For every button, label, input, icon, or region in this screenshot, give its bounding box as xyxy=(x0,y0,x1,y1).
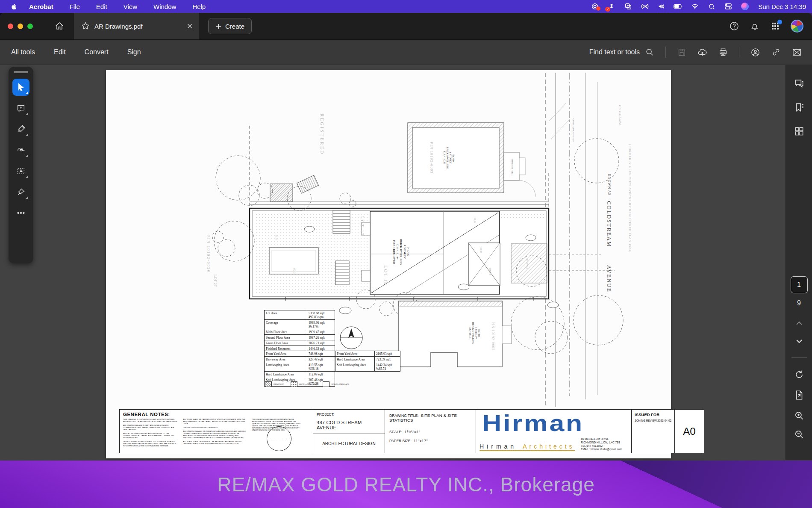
close-tab-icon[interactable] xyxy=(186,22,194,30)
macos-menubar: Acrobat File Edit View Window Help 7 Sun… xyxy=(0,0,812,13)
comments-icon[interactable] xyxy=(794,78,805,89)
all-tools-menu[interactable]: All tools xyxy=(11,48,35,56)
apps-notification-dot xyxy=(777,20,782,24)
rotate-icon[interactable] xyxy=(794,369,805,380)
general-notes-column: THIS DRAWING IS COPYRIGHTED AND MUST NOT… xyxy=(123,418,178,449)
lot-17-label: LOT 17 xyxy=(360,216,365,236)
fill-sign-tool[interactable] xyxy=(12,183,29,201)
current-page-input[interactable]: 1 xyxy=(791,276,808,293)
quick-tools-panel xyxy=(9,67,33,263)
centreline-label: CENTRELINE OF ROAD xyxy=(572,118,574,142)
menubar-clock[interactable]: Sun Dec 3 14:39 xyxy=(758,3,806,10)
site-plan-drawing xyxy=(106,70,671,458)
star-icon[interactable] xyxy=(81,21,90,31)
registered-watermark: REGISTERED xyxy=(320,113,325,155)
stage-manager-icon[interactable] xyxy=(624,2,633,11)
create-button[interactable]: Create xyxy=(208,18,252,34)
rear-yard-statistics-table: Front Yard Area2165.93 sqftHard Landscap… xyxy=(335,351,400,372)
volume-icon[interactable] xyxy=(657,2,666,11)
table-row: Driveway Area327.43 sqft xyxy=(265,357,335,362)
pdf-page[interactable]: REGISTERED PIN 10192-0026 LOT 27 LOT 17 … xyxy=(106,70,671,458)
page-thumbnails-icon[interactable] xyxy=(794,126,805,137)
sheet-number: A0 xyxy=(675,410,704,453)
right-sidebar: 1 9 xyxy=(786,65,812,460)
project-address: 487 COLD STREAM AVENUE xyxy=(317,420,381,430)
text-box-tool[interactable] xyxy=(12,162,29,180)
cloud-upload-icon[interactable] xyxy=(697,47,707,57)
sign-menu[interactable]: Sign xyxy=(127,48,141,56)
dropbox-icon[interactable]: 7 xyxy=(607,2,616,11)
select-tool[interactable] xyxy=(12,79,29,96)
zoom-out-icon[interactable] xyxy=(794,429,805,440)
link-icon[interactable] xyxy=(771,47,781,57)
menu-view[interactable]: View xyxy=(124,3,137,10)
project-label: PROJECT: xyxy=(317,412,381,416)
panel-drag-handle[interactable] xyxy=(14,71,28,73)
siri-icon[interactable] xyxy=(740,2,750,11)
street-name-avenue: AVENUE xyxy=(606,265,612,292)
page-navigation: 1 9 xyxy=(786,276,812,440)
find-text-button[interactable]: Find text or tools xyxy=(589,47,654,57)
edit-menu[interactable]: Edit xyxy=(54,48,66,56)
document-area: REGISTERED PIN 10192-0026 LOT 27 LOT 17 … xyxy=(0,65,812,460)
formerly-label: (FORMERLY GLEN VIEW AVENUE BY REGISTERED… xyxy=(628,144,632,253)
menu-help[interactable]: Help xyxy=(192,3,206,10)
menubar-app-name[interactable]: Acrobat xyxy=(29,3,53,10)
notifications-icon[interactable] xyxy=(750,21,760,31)
extract-page-icon[interactable] xyxy=(794,390,805,401)
add-comment-tool[interactable] xyxy=(12,100,29,117)
elevation-label: 182.62 xyxy=(473,216,476,224)
document-tab[interactable]: AR Drawings.pdf xyxy=(74,13,199,39)
paper-size-value: 11"x17" xyxy=(414,438,428,443)
bookmarks-icon[interactable] xyxy=(794,102,805,113)
toolbar: All tools Edit Convert Sign Find text or… xyxy=(0,39,812,65)
control-center-icon[interactable] xyxy=(724,2,733,11)
tab-bar: AR Drawings.pdf Create xyxy=(0,13,812,39)
elevation-label: 180.64 xyxy=(488,268,491,275)
battery-icon[interactable] xyxy=(674,2,683,11)
general-notes-section: GENERAL NOTES: THIS DRAWING IS COPYRIGHT… xyxy=(120,410,313,453)
zoom-in-icon[interactable] xyxy=(794,410,805,421)
paper-size-label: PAPER SIZE: xyxy=(389,439,412,443)
more-tools[interactable] xyxy=(12,204,29,222)
close-window-button[interactable] xyxy=(8,24,13,29)
fullscreen-window-button[interactable] xyxy=(27,24,33,29)
help-icon[interactable] xyxy=(729,21,739,31)
landscape-legend: DRIVEWAYSOFT LANDSCAPEHARD LANDSCAPE xyxy=(265,381,349,387)
print-icon[interactable] xyxy=(718,47,728,57)
apple-menu-icon[interactable] xyxy=(10,3,18,10)
draw-tool[interactable] xyxy=(12,142,29,159)
next-page-icon[interactable] xyxy=(794,336,804,346)
dwelling-485-label: No.485 1 STOREY BRICK DWELLING D.S.=181.… xyxy=(468,322,480,344)
table-row: Lot Area5358.68 sqft 497.83 sqm xyxy=(265,310,335,320)
legend-item: SOFT LANDSCAPE xyxy=(291,381,316,387)
table-row: Gross Floor Area3876.73 sqft xyxy=(265,340,335,346)
firm-name-architects: Architects xyxy=(523,443,574,450)
airplay-icon[interactable] xyxy=(640,2,650,11)
scale-value: 1/16"=1' xyxy=(404,429,420,434)
screen-record-icon[interactable] xyxy=(590,2,600,11)
apps-grid-icon[interactable] xyxy=(770,21,780,31)
wifi-icon[interactable] xyxy=(690,2,700,11)
designer-stamp-circle xyxy=(267,426,291,451)
avatar[interactable] xyxy=(791,20,803,32)
minimize-window-button[interactable] xyxy=(18,24,23,29)
total-pages: 9 xyxy=(797,299,801,307)
menu-file[interactable]: File xyxy=(70,3,80,10)
save-icon[interactable] xyxy=(677,47,686,57)
table-row: Hard Landscape Area723.59 sqft xyxy=(335,357,400,362)
menu-edit[interactable]: Edit xyxy=(96,3,107,10)
issued-for-value: ZONING REVIEW xyxy=(635,419,657,422)
convert-menu[interactable]: Convert xyxy=(85,48,109,56)
home-button[interactable] xyxy=(51,18,68,35)
highlight-tool[interactable] xyxy=(12,121,29,138)
pin-top-label: PIN 10192-0003 xyxy=(430,142,434,174)
email-icon[interactable] xyxy=(792,47,802,57)
tab-title: AR Drawings.pdf xyxy=(94,23,182,30)
window-controls xyxy=(0,24,41,29)
spotlight-icon[interactable] xyxy=(707,2,716,11)
share-people-icon[interactable] xyxy=(750,47,760,57)
table-row: Coverage1938.66 sqft 36.17% xyxy=(265,320,335,329)
previous-page-icon[interactable] xyxy=(794,318,804,328)
menu-window[interactable]: Window xyxy=(153,3,176,10)
